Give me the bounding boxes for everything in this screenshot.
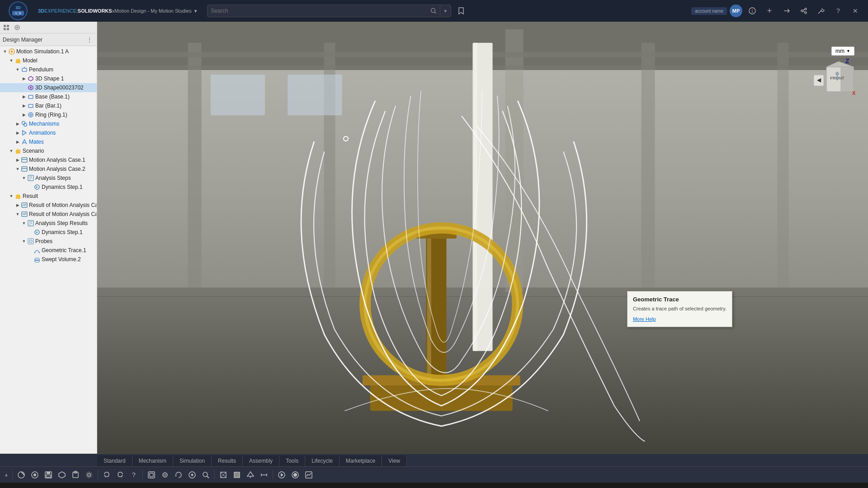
tree-analysis-step-results[interactable]: Analysis Step Results <box>0 219 97 228</box>
toolbar-btn-add[interactable] <box>186 469 198 481</box>
toolbar-btn-rotate2[interactable] <box>172 469 185 481</box>
search-input[interactable] <box>208 8 427 14</box>
sidebar-menu-btn[interactable]: ⋮ <box>85 35 94 44</box>
arrow-pendulum[interactable] <box>14 66 21 73</box>
tree-animations[interactable]: Animations <box>0 128 97 137</box>
svg-marker-7 <box>752 9 753 11</box>
tree-mechanisms[interactable]: Mechanisms <box>0 119 97 128</box>
arrow-result[interactable] <box>8 193 14 199</box>
arrow-bar[interactable] <box>21 103 27 109</box>
arrow-ring[interactable] <box>21 112 27 118</box>
search-dropdown-btn[interactable]: ▼ <box>440 5 451 17</box>
tree-mac1[interactable]: Motion Analysis Case.1 <box>0 155 97 164</box>
arrow-result-mac1[interactable] <box>14 202 21 208</box>
close-icon[interactable]: ✕ <box>848 4 863 18</box>
user-account-btn[interactable]: account name <box>691 7 727 15</box>
tree-result-mac2[interactable]: Result of Motion Analysis Cas... <box>0 210 97 219</box>
toolbar-btn-save[interactable] <box>42 469 55 481</box>
arrow-mates[interactable] <box>14 139 21 145</box>
help-icon[interactable]: ? <box>831 4 845 18</box>
toolbar-btn-graph[interactable] <box>302 469 315 481</box>
arrow-animations[interactable] <box>14 130 21 136</box>
bottom-tab-view[interactable]: View <box>382 455 407 466</box>
arrow-mac1[interactable] <box>14 157 21 163</box>
label-mac2: Motion Analysis Case.2 <box>29 166 85 172</box>
toolbar-btn-pan[interactable] <box>28 469 41 481</box>
app-logo[interactable]: 3D V_R <box>0 0 36 22</box>
arrow-base[interactable] <box>21 94 27 100</box>
arrow-3dshape1[interactable] <box>21 75 27 82</box>
user-avatar[interactable]: MP <box>730 5 742 17</box>
bottom-tab-tools[interactable]: Tools <box>279 455 305 466</box>
toolbar-btn-box[interactable] <box>69 469 82 481</box>
viewport[interactable]: ◀ Z FRONT X mm <box>97 22 868 454</box>
sidebar-icon1[interactable] <box>2 23 11 32</box>
tree-geom-trace[interactable]: Geometric Trace.1 <box>0 246 97 255</box>
toolbar-btn-sim-play[interactable] <box>275 469 288 481</box>
toolbar-expand-btn[interactable]: ▲ <box>3 469 10 481</box>
tree-model[interactable]: Model <box>0 56 97 65</box>
tree-mates[interactable]: Mates <box>0 137 97 146</box>
bookmark-icon[interactable] <box>455 5 467 17</box>
toolbar-btn-cube[interactable] <box>56 469 68 481</box>
tree-result-mac1[interactable]: Result of Motion Analysis Cas... <box>0 201 97 210</box>
toolbar-btn-clipping[interactable] <box>244 469 257 481</box>
tools-icon[interactable] <box>814 4 828 18</box>
toolbar-btn-point[interactable] <box>159 469 171 481</box>
toolbar-btn-shade[interactable] <box>231 469 243 481</box>
tree-motion-sim[interactable]: Motion Simulation.1 A <box>0 47 97 56</box>
toolbar-btn-wire[interactable] <box>217 469 230 481</box>
toolbar-btn-undo[interactable] <box>100 469 113 481</box>
bottom-tab-standard[interactable]: Standard <box>97 455 132 466</box>
arrow-mechanisms[interactable] <box>14 121 21 127</box>
tree-swept-vol[interactable]: Swept Volume.2 <box>0 255 97 264</box>
tree-analysis-steps[interactable]: Analysis Steps <box>0 174 97 183</box>
tree-3dshape1[interactable]: 3D Shape 1 <box>0 74 97 83</box>
tree-bar[interactable]: Bar (Bar.1) <box>0 101 97 110</box>
label-scenario: Scenario <box>23 148 44 154</box>
tree-3dshape2[interactable]: 3D Shape00023702 <box>0 83 97 92</box>
toolbar-btn-redo[interactable] <box>114 469 127 481</box>
compass-icon[interactable] <box>745 4 760 18</box>
arrow-analysis-steps[interactable] <box>21 175 27 181</box>
share-icon[interactable] <box>779 4 794 18</box>
toolbar-btn-help[interactable]: ? <box>127 469 140 481</box>
bottom-tab-results[interactable]: Results <box>212 455 243 466</box>
toolbar-btn-select[interactable] <box>145 469 158 481</box>
arrow-result-mac2[interactable] <box>14 211 21 217</box>
unit-dropdown[interactable]: mm ▼ <box>831 47 854 56</box>
dropdown-arrow[interactable]: ▼ <box>193 9 198 14</box>
toolbar-btn-mag[interactable] <box>199 469 212 481</box>
arrow-mac2[interactable] <box>14 166 21 172</box>
tree-ring[interactable]: Ring (Ring.1) <box>0 110 97 119</box>
arrow-probes[interactable] <box>21 238 27 244</box>
toolbar-btn-rotate[interactable] <box>15 469 28 481</box>
bottom-tab-lifecycle[interactable]: Lifecycle <box>305 455 340 466</box>
arrow-3dshape2[interactable] <box>21 84 27 91</box>
toolbar-btn-settings[interactable] <box>83 469 95 481</box>
nav-cube[interactable]: ◀ Z FRONT X <box>814 58 854 99</box>
toolbar-btn-measure[interactable] <box>258 469 270 481</box>
arrow-analysis-step-results[interactable] <box>21 220 27 226</box>
tree-scenario[interactable]: Scenario <box>0 146 97 155</box>
bottom-tab-marketplace[interactable]: Marketplace <box>340 455 382 466</box>
bottom-tab-simulation[interactable]: Simulation <box>173 455 212 466</box>
bottom-tab-mechanism[interactable]: Mechanism <box>132 455 173 466</box>
tree-dyn-step1[interactable]: Dynamics Step.1 <box>0 183 97 192</box>
tree-dyn-step1b[interactable]: Dynamics Step.1 <box>0 228 97 237</box>
arrow-scenario[interactable] <box>8 148 14 154</box>
tree-pendulum[interactable]: Pendulum <box>0 65 97 74</box>
bottom-tab-assembly[interactable]: Assembly <box>243 455 279 466</box>
tree-result[interactable]: Result <box>0 192 97 201</box>
toolbar-btn-sim-record[interactable] <box>289 469 302 481</box>
tree-base[interactable]: Base (Base.1) <box>0 92 97 101</box>
tree-probes[interactable]: Probes <box>0 237 97 246</box>
add-icon[interactable]: + <box>762 4 777 18</box>
sidebar-icon2[interactable] <box>13 23 22 32</box>
share2-icon[interactable] <box>797 4 811 18</box>
arrow-motion-sim[interactable] <box>2 48 8 55</box>
tree-mac2[interactable]: Motion Analysis Case.2 <box>0 164 97 174</box>
arrow-model[interactable] <box>8 57 14 64</box>
search-icon-btn[interactable] <box>427 5 440 17</box>
tooltip-more-help-link[interactable]: More Help <box>633 316 656 322</box>
